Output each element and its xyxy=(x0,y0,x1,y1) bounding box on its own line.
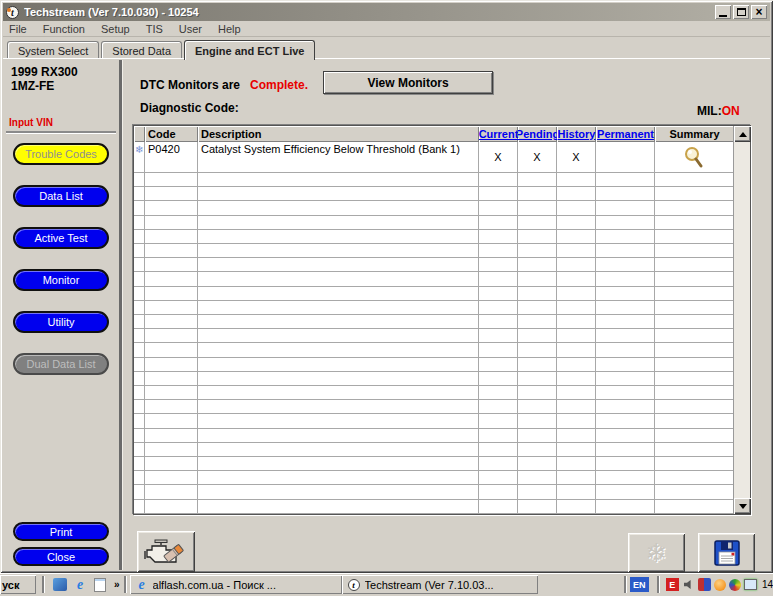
empty-cell xyxy=(134,244,145,258)
minimize-button[interactable] xyxy=(715,5,731,19)
empty-cell xyxy=(479,244,518,258)
empty-cell xyxy=(655,343,734,357)
quick-launch-ie-icon[interactable]: e xyxy=(72,577,88,593)
empty-cell xyxy=(596,201,655,215)
empty-cell xyxy=(557,287,596,301)
empty-cell xyxy=(145,329,198,343)
quick-launch-desktop-icon[interactable] xyxy=(52,577,68,593)
task-button-techstream[interactable]: t Techstream (Ver 7.10.03... xyxy=(342,575,538,594)
menu-setup[interactable]: Setup xyxy=(101,23,130,35)
menu-user[interactable]: User xyxy=(179,23,202,35)
network-icon[interactable] xyxy=(744,579,757,590)
header-summary[interactable]: Summary xyxy=(655,126,734,142)
tray-shield-icon[interactable] xyxy=(698,578,711,591)
diagnostic-code-label: Diagnostic Code: xyxy=(140,101,239,115)
taskbar-separator xyxy=(124,576,126,593)
scroll-down-button[interactable] xyxy=(734,498,751,514)
empty-cell xyxy=(479,201,518,215)
empty-table-row xyxy=(134,287,734,301)
tab-panel-edge xyxy=(3,58,770,60)
empty-cell xyxy=(518,358,557,372)
table-row[interactable]: ❄ P0420 Catalyst System Efficiency Below… xyxy=(134,142,734,173)
task-button-browser[interactable]: e alflash.com.ua - Поиск ... xyxy=(130,575,342,594)
header-code[interactable]: Code xyxy=(145,126,198,142)
titlebar: t Techstream (Ver 7.10.030) - 10254 × xyxy=(3,3,770,21)
sidebar: 1999 RX3001MZ-FE Input VIN Trouble Codes… xyxy=(3,60,120,570)
menu-function[interactable]: Function xyxy=(43,23,85,35)
empty-cell xyxy=(518,457,557,471)
empty-cell xyxy=(596,358,655,372)
print-button[interactable]: Print xyxy=(13,522,109,541)
input-vin-link[interactable]: Input VIN xyxy=(9,117,53,128)
scroll-up-button[interactable] xyxy=(734,126,751,142)
tray-icq-icon[interactable] xyxy=(729,579,741,591)
empty-cell xyxy=(557,500,596,514)
empty-cell xyxy=(479,372,518,386)
empty-cell xyxy=(145,343,198,357)
tab-system-select[interactable]: System Select xyxy=(7,41,99,59)
menu-help[interactable]: Help xyxy=(218,23,241,35)
sidebar-item-trouble-codes[interactable]: Trouble Codes xyxy=(13,143,109,165)
freeze-frame-button: ❄ xyxy=(628,533,685,572)
empty-cell xyxy=(518,187,557,201)
mil-label: MIL: xyxy=(697,104,722,118)
quick-launch-overflow-chevron[interactable]: » xyxy=(114,579,120,590)
sidebar-item-data-list[interactable]: Data List xyxy=(13,185,109,207)
clear-dtc-button[interactable] xyxy=(137,531,195,572)
tray-messenger-icon[interactable] xyxy=(714,579,726,591)
dtc-summary-cell[interactable] xyxy=(655,142,734,173)
empty-cell xyxy=(198,358,479,372)
header-description[interactable]: Description xyxy=(198,126,479,142)
empty-cell xyxy=(198,315,479,329)
empty-cell xyxy=(145,201,198,215)
empty-cell xyxy=(596,272,655,286)
empty-cell xyxy=(145,301,198,315)
quick-launch-document-icon[interactable] xyxy=(92,577,108,593)
tab-stored-data[interactable]: Stored Data xyxy=(101,41,182,59)
close-session-button[interactable]: Close xyxy=(13,547,109,566)
empty-cell xyxy=(134,216,145,230)
empty-cell xyxy=(596,216,655,230)
empty-cell xyxy=(198,343,479,357)
volume-icon[interactable] xyxy=(682,578,695,591)
save-button[interactable] xyxy=(698,533,755,572)
empty-cell xyxy=(557,201,596,215)
empty-cell xyxy=(145,258,198,272)
sidebar-item-active-test[interactable]: Active Test xyxy=(13,227,109,249)
window-title: Techstream (Ver 7.10.030) - 10254 xyxy=(24,6,713,18)
table-scrollbar[interactable] xyxy=(733,126,750,514)
empty-cell xyxy=(134,315,145,329)
taskbar-clock[interactable]: 14 xyxy=(762,579,773,590)
empty-table-row xyxy=(134,216,734,230)
empty-cell xyxy=(596,329,655,343)
empty-cell xyxy=(596,372,655,386)
empty-cell xyxy=(145,386,198,400)
sidebar-item-monitor[interactable]: Monitor xyxy=(13,269,109,291)
close-button[interactable]: × xyxy=(751,5,767,19)
menu-file[interactable]: File xyxy=(9,23,27,35)
header-pending[interactable]: Pending xyxy=(518,126,557,142)
view-monitors-button[interactable]: View Monitors xyxy=(323,71,493,94)
tray-app-icon[interactable]: E xyxy=(666,578,679,591)
empty-cell xyxy=(198,372,479,386)
sidebar-item-utility[interactable]: Utility xyxy=(13,311,109,333)
empty-table-row xyxy=(134,400,734,414)
dtc-history-cell: X xyxy=(557,142,596,173)
empty-table-row xyxy=(134,315,734,329)
header-icon-col xyxy=(134,126,145,142)
language-indicator[interactable]: EN xyxy=(630,577,649,592)
menu-tis[interactable]: TIS xyxy=(146,23,163,35)
empty-cell xyxy=(134,201,145,215)
tab-engine-ect-live[interactable]: Engine and ECT Live xyxy=(184,40,315,60)
header-history[interactable]: History xyxy=(557,126,596,142)
empty-cell xyxy=(596,386,655,400)
header-current[interactable]: Current xyxy=(479,126,518,142)
header-permanent[interactable]: Permanent xyxy=(596,126,655,142)
empty-table-row xyxy=(134,485,734,499)
maximize-button[interactable] xyxy=(733,5,749,19)
screen: t Techstream (Ver 7.10.030) - 10254 × Fi… xyxy=(0,0,773,596)
empty-cell xyxy=(145,400,198,414)
empty-cell xyxy=(479,400,518,414)
start-button[interactable]: уск xyxy=(0,575,36,594)
arrow-up-icon xyxy=(739,132,747,137)
